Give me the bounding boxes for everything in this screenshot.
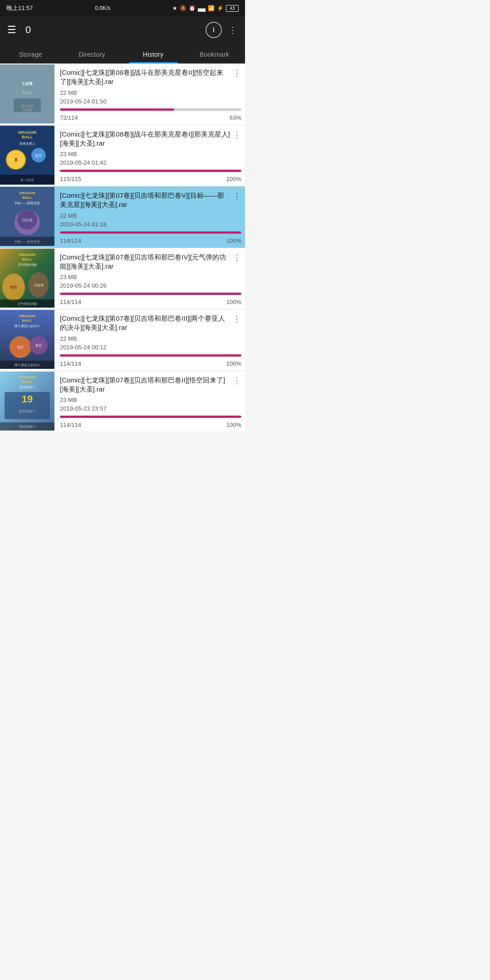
comic-size: 23 MB — [60, 397, 241, 403]
tab-bookmark[interactable]: Bookmark — [184, 44, 245, 64]
comic-title: [Comic][七龙珠][第08卷][战斗在那美克星卷I][那美克星人][海美]… — [60, 130, 241, 148]
svg-text:DRAGON: DRAGON — [19, 191, 35, 195]
item-more-button[interactable]: ⋮ — [233, 192, 241, 200]
progress-bar-bg — [60, 231, 241, 234]
list-item[interactable]: DRAGON BALL 两个赛亚人的决斗 悟空 赛亚 两个赛亚人的决斗 [Com… — [0, 309, 245, 371]
menu-button[interactable]: ☰ — [7, 25, 16, 35]
comic-date: 2019-05-24 01:18 — [60, 221, 241, 228]
comic-size: 23 MB — [60, 274, 241, 280]
comic-date: 2019-05-24 00:26 — [60, 282, 241, 289]
progress-bar-fill — [60, 231, 241, 234]
item-more-button[interactable]: ⋮ — [233, 315, 241, 323]
list-item[interactable]: 七龙珠 第08卷 战斗在那 美克星 [Comic][七龙珠][第08卷][战斗在… — [0, 64, 245, 125]
progress-bar-fill — [60, 416, 241, 418]
svg-text:悟空回来了: 悟空回来了 — [19, 386, 35, 389]
svg-text:第08卷: 第08卷 — [22, 91, 32, 94]
comic-list: 七龙珠 第08卷 战斗在那 美克星 [Comic][七龙珠][第08卷][战斗在… — [0, 64, 245, 432]
progress-count: 114/114 — [60, 360, 85, 367]
progress-percent: 100% — [224, 176, 241, 182]
progress-row — [60, 354, 241, 357]
svg-text:DRAGON: DRAGON — [19, 375, 35, 379]
svg-text:悟空: 悟空 — [34, 154, 42, 158]
comic-thumbnail: DRAGON BALL 元气弹的功能 悟空 贝吉塔 元气弹的功能 — [0, 248, 54, 309]
list-item[interactable]: DRAGON BALL 那美克星人 8 悟空 改 七龙珠 [Comic][七龙珠… — [0, 125, 245, 187]
svg-text:贝吉塔: 贝吉塔 — [34, 284, 44, 287]
comic-date: 2019-05-24 00:12 — [60, 344, 241, 351]
svg-text:美克星: 美克星 — [23, 108, 32, 112]
comic-date: 2019-05-24 01:50 — [60, 98, 241, 105]
status-icons: ★ 🔕 ⏰ ▄▄ 📶 ⚡ 43 — [172, 5, 239, 12]
svg-text:七龙珠: 七龙珠 — [22, 82, 33, 86]
progress-bar-fill — [60, 170, 241, 172]
status-time: 晚上11:57 — [6, 4, 33, 12]
progress-row — [60, 416, 241, 418]
progress-bar-bg — [60, 108, 241, 111]
comic-title: [Comic][七龙珠][第07卷][贝吉塔和那巴卷V][目标——那美克星][海… — [60, 191, 241, 210]
svg-text:DRAGON: DRAGON — [18, 130, 36, 135]
progress-count: 114/114 — [60, 237, 85, 244]
comic-title: [Comic][七龙珠][第07卷][贝吉塔和那巴卷IV][元气弹的功能][海美… — [60, 253, 241, 271]
tab-history[interactable]: History — [122, 44, 184, 64]
info-button[interactable]: i — [206, 22, 222, 38]
list-item[interactable]: DRAGON BALL 元气弹的功能 悟空 贝吉塔 元气弹的功能 [Comic]… — [0, 248, 245, 310]
progress-bar-bg — [60, 416, 241, 418]
item-more-button[interactable]: ⋮ — [233, 254, 241, 262]
comic-size: 22 MB — [60, 212, 241, 219]
comic-date: 2019-05-23 23:57 — [60, 405, 241, 412]
signal-icon: ▄▄ — [198, 5, 206, 11]
item-more-button[interactable]: ⋮ — [233, 131, 241, 139]
comic-thumbnail: DRAGON BALL 目标——那美克星 贝吉塔 目标——那美克星 — [0, 186, 54, 248]
progress-bar-fill — [60, 108, 174, 111]
comic-info: [Comic][七龙珠][第07卷][贝吉塔和那巴卷IV][元气弹的功能][海美… — [54, 248, 245, 309]
alarm-icon: ⏰ — [189, 5, 196, 11]
mute-icon: 🔕 — [180, 5, 186, 11]
svg-text:悟空: 悟空 — [17, 346, 24, 349]
svg-text:BALL: BALL — [22, 318, 32, 323]
tab-bar: Storage Directory History Bookmark — [0, 44, 245, 64]
progress-row — [60, 293, 241, 295]
progress-percent: 100% — [224, 421, 241, 428]
progress-row — [60, 170, 241, 172]
item-more-button[interactable]: ⋮ — [233, 377, 241, 385]
progress-bar-fill — [60, 354, 241, 357]
list-item[interactable]: DRAGON BALL 悟空回来了 19 悟空 回来了 悟空回来了 [Comic… — [0, 371, 245, 433]
comic-thumbnail: 七龙珠 第08卷 战斗在那 美克星 — [0, 64, 54, 125]
comic-size: 23 MB — [60, 151, 241, 157]
svg-text:BALL: BALL — [22, 380, 32, 384]
progress-percent: 100% — [224, 299, 241, 305]
svg-text:BALL: BALL — [22, 257, 32, 261]
progress-percent: 100% — [224, 237, 241, 244]
svg-text:目标——那美克星: 目标——那美克星 — [15, 201, 40, 205]
item-more-button[interactable]: ⋮ — [233, 69, 241, 77]
comic-thumbnail: DRAGON BALL 那美克星人 8 悟空 改 七龙珠 — [0, 125, 54, 186]
svg-text:元气弹的功能: 元气弹的功能 — [18, 263, 37, 266]
progress-percent: 100% — [224, 360, 241, 367]
comic-title: [Comic][七龙珠][第07卷][贝吉塔和那巴卷III][两个赛亚人的决斗]… — [60, 314, 241, 333]
svg-text:DRAGON: DRAGON — [19, 314, 35, 318]
comic-date: 2019-05-24 01:42 — [60, 159, 241, 166]
progress-bar-bg — [60, 170, 241, 172]
progress-stats: 115/115 100% — [60, 176, 241, 182]
progress-count: 115/115 — [60, 176, 85, 182]
svg-text:两个赛亚人的决斗: 两个赛亚人的决斗 — [15, 324, 40, 328]
progress-row — [60, 231, 241, 234]
svg-text:改 七龙珠: 改 七龙珠 — [20, 178, 34, 182]
svg-text:悟空回来了: 悟空回来了 — [19, 425, 35, 428]
tab-directory[interactable]: Directory — [61, 44, 122, 64]
comic-info: [Comic][七龙珠][第07卷][贝吉塔和那巴卷V][目标——那美克星][海… — [54, 186, 245, 248]
svg-text:BALL: BALL — [22, 135, 33, 139]
comic-info: [Comic][七龙珠][第07卷][贝吉塔和那巴卷II][悟空回来了][海美]… — [54, 371, 245, 432]
svg-text:悟空 回来了: 悟空 回来了 — [19, 410, 36, 413]
svg-text:目标——那美克星: 目标——那美克星 — [15, 240, 40, 243]
tab-storage[interactable]: Storage — [0, 44, 61, 64]
progress-count: 114/114 — [60, 421, 85, 428]
list-item[interactable]: DRAGON BALL 目标——那美克星 贝吉塔 目标——那美克星 [Comic… — [0, 186, 245, 248]
status-bar: 晚上11:57 0.0K/s ★ 🔕 ⏰ ▄▄ 📶 ⚡ 43 — [0, 0, 245, 16]
battery-indicator: 43 — [226, 5, 239, 12]
overflow-menu-button[interactable]: ⋮ — [228, 24, 238, 35]
comic-info: [Comic][七龙珠][第08卷][战斗在那美克星卷I][那美克星人][海美]… — [54, 125, 245, 186]
progress-count: 114/114 — [60, 299, 85, 305]
svg-text:贝吉塔: 贝吉塔 — [22, 218, 33, 222]
progress-count: 72/114 — [60, 114, 85, 121]
svg-text:那美克星人: 那美克星人 — [20, 142, 35, 146]
